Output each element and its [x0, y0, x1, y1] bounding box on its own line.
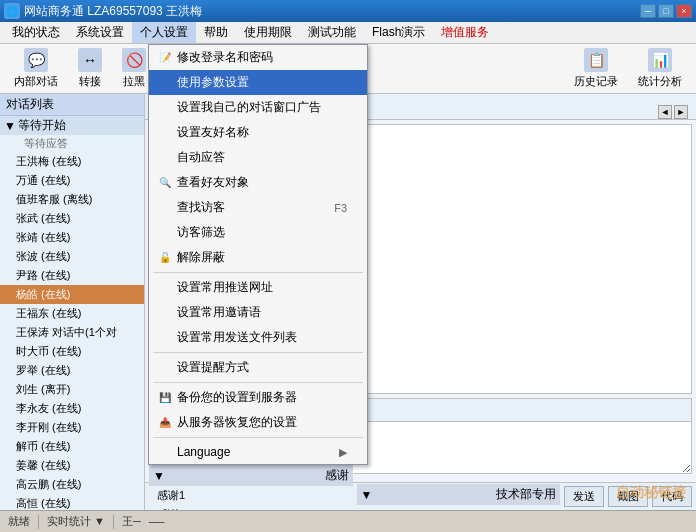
minimize-button[interactable]: ─ — [640, 4, 656, 18]
menu-auto-reply[interactable]: 自动应答 — [149, 145, 367, 170]
set-push-url-icon — [157, 280, 173, 296]
contact-gaoyunpeng[interactable]: 高云鹏 (在线) — [0, 475, 144, 494]
set-reminder-label: 设置提醒方式 — [177, 359, 249, 376]
visitor-filter-label: 访客筛选 — [177, 224, 225, 241]
contact-liyongyou[interactable]: 李永友 (在线) — [0, 399, 144, 418]
bottom-actions: ▼ 感谢 感谢1 感谢2 ▼ 技术部专用 发送 — [145, 482, 696, 510]
separator-2 — [153, 352, 363, 353]
tab-next-icon[interactable]: ► — [674, 105, 688, 119]
contact-luoju[interactable]: 罗举 (在线) — [0, 361, 144, 380]
language-submenu-arrow: ▶ — [339, 446, 347, 459]
find-visitor-label: 查找访客 — [177, 199, 225, 216]
info-group-thanks-header[interactable]: ▼ 感谢 — [149, 465, 353, 486]
menu-use-params[interactable]: 使用参数设置 — [149, 70, 367, 95]
separator-4 — [153, 437, 363, 438]
contact-wanghongmei[interactable]: 王洪梅 (在线) — [0, 152, 144, 171]
history-label: 历史记录 — [574, 74, 618, 89]
internal-chat-label: 内部对话 — [14, 74, 58, 89]
thanks-item-2[interactable]: 感谢2 — [149, 505, 353, 510]
realtime-stats[interactable]: 实时统计 ▼ — [47, 514, 105, 529]
menu-language[interactable]: Language ▶ — [149, 440, 367, 464]
thanks-item-1[interactable]: 感谢1 — [149, 486, 353, 505]
menu-restore-settings[interactable]: 📥 从服务器恢复您的设置 — [149, 410, 367, 435]
screenshot-button[interactable]: 截图 — [608, 486, 648, 507]
menu-change-login[interactable]: 📝 修改登录名和密码 — [149, 45, 367, 70]
menu-visitor-filter[interactable]: 访客筛选 — [149, 220, 367, 245]
history-button[interactable]: 📋 历史记录 — [568, 46, 624, 91]
menu-value-added[interactable]: 增值服务 — [433, 22, 497, 43]
menu-test-function[interactable]: 测试功能 — [300, 22, 364, 43]
send-button[interactable]: 发送 — [564, 486, 604, 507]
menu-personal-settings[interactable]: 个人设置 — [132, 22, 196, 43]
contact-jiangxin[interactable]: 姜馨 (在线) — [0, 456, 144, 475]
contact-yinlu[interactable]: 尹路 (在线) — [0, 266, 144, 285]
contact-zhangbo[interactable]: 张波 (在线) — [0, 247, 144, 266]
tab-prev-icon[interactable]: ◄ — [658, 105, 672, 119]
menu-set-invite[interactable]: 设置常用邀请语 — [149, 300, 367, 325]
find-visitor-shortcut: F3 — [334, 202, 347, 214]
contact-wangbaotao[interactable]: 王保涛 对话中(1个对 — [0, 323, 144, 342]
language-label: Language — [177, 445, 230, 459]
internal-chat-button[interactable]: 💬 内部对话 — [8, 46, 64, 91]
contact-zhiban[interactable]: 值班客服 (离线) — [0, 190, 144, 209]
menu-check-friends[interactable]: 🔍 查看好友对象 — [149, 170, 367, 195]
menu-usage-period[interactable]: 使用期限 — [236, 22, 300, 43]
menu-flash-demo[interactable]: Flash演示 — [364, 22, 433, 43]
contact-jiebi[interactable]: 解币 (在线) — [0, 437, 144, 456]
menu-help[interactable]: 帮助 — [196, 22, 236, 43]
set-invite-label: 设置常用邀请语 — [177, 304, 261, 321]
contact-list-header: 对话列表 — [0, 94, 144, 116]
menu-unblock[interactable]: 🔓 解除屏蔽 — [149, 245, 367, 270]
internal-chat-icon: 💬 — [24, 48, 48, 72]
transfer-icon: ↔ — [78, 48, 102, 72]
thanks-group-expand-icon: ▼ — [153, 469, 165, 483]
title-bar: 🌐 网站商务通 LZA69557093 王洪梅 ─ □ × — [0, 0, 696, 22]
menu-set-reminder[interactable]: 设置提醒方式 — [149, 355, 367, 380]
contact-zhangjing[interactable]: 张靖 (在线) — [0, 228, 144, 247]
stats-button[interactable]: 📊 统计分析 — [632, 46, 688, 91]
auto-reply-label: 自动应答 — [177, 149, 225, 166]
stats-label: 统计分析 — [638, 74, 682, 89]
status-text: 就绪 — [8, 514, 30, 529]
left-panel: 对话列表 ▼ 等待开始 等待应答 王洪梅 (在线) 万通 (在线) 值班客服 (… — [0, 94, 145, 510]
change-login-icon: 📝 — [157, 50, 173, 66]
title-bar-title: 网站商务通 LZA69557093 王洪梅 — [24, 3, 640, 20]
menu-find-visitor[interactable]: 查找访客 F3 — [149, 195, 367, 220]
contact-wantong[interactable]: 万通 (在线) — [0, 171, 144, 190]
group-expand-icon: ▼ — [4, 119, 16, 133]
contact-zhangwu[interactable]: 张武 (在线) — [0, 209, 144, 228]
tech-group-expand-icon: ▼ — [361, 488, 373, 502]
contact-liusheng[interactable]: 刘生 (离开) — [0, 380, 144, 399]
contact-wangfudong[interactable]: 王福东 (在线) — [0, 304, 144, 323]
backup-settings-icon: 💾 — [157, 390, 173, 406]
block-button[interactable]: 🚫 拉黑 — [116, 46, 152, 91]
block-icon: 🚫 — [122, 48, 146, 72]
status-extra: ── — [149, 516, 165, 528]
group-header-waiting-start[interactable]: ▼ 等待开始 — [0, 116, 144, 135]
contact-shidabi[interactable]: 时大币 (在线) — [0, 342, 144, 361]
set-push-url-label: 设置常用推送网址 — [177, 279, 273, 296]
find-visitor-icon — [157, 200, 173, 216]
contact-gaoheng[interactable]: 高恒 (在线) — [0, 494, 144, 510]
menu-set-friend-name[interactable]: 设置友好名称 — [149, 120, 367, 145]
menu-backup-settings[interactable]: 💾 备份您的设置到服务器 — [149, 385, 367, 410]
status-bar: 就绪 实时统计 ▼ 王─ ── — [0, 510, 696, 532]
menu-set-send-files[interactable]: 设置常用发送文件列表 — [149, 325, 367, 350]
history-icon: 📋 — [584, 48, 608, 72]
change-login-label: 修改登录名和密码 — [177, 49, 273, 66]
menu-my-status[interactable]: 我的状态 — [4, 22, 68, 43]
info-group-tech-header[interactable]: ▼ 技术部专用 — [357, 484, 561, 505]
close-button[interactable]: × — [676, 4, 692, 18]
contact-yanghao[interactable]: 杨皓 (在线) — [0, 285, 144, 304]
contact-list: ▼ 等待开始 等待应答 王洪梅 (在线) 万通 (在线) 值班客服 (离线) 张… — [0, 116, 144, 510]
transfer-button[interactable]: ↔ 转接 — [72, 46, 108, 91]
menu-system-settings[interactable]: 系统设置 — [68, 22, 132, 43]
contact-likaigan[interactable]: 李开刚 (在线) — [0, 418, 144, 437]
code-button[interactable]: 代码 — [652, 486, 692, 507]
group-name-waiting-start: 等待开始 — [18, 117, 66, 134]
sub-waiting-reply[interactable]: 等待应答 — [0, 135, 144, 152]
auto-reply-icon — [157, 150, 173, 166]
menu-set-push-url[interactable]: 设置常用推送网址 — [149, 275, 367, 300]
menu-set-dialog-ad[interactable]: 设置我自己的对话窗口广告 — [149, 95, 367, 120]
maximize-button[interactable]: □ — [658, 4, 674, 18]
